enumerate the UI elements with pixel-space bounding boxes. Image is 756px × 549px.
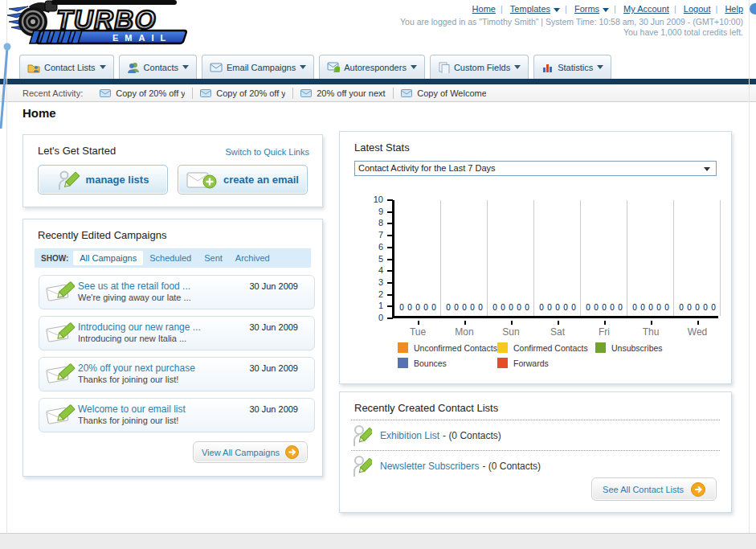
recent-activity-label: Recent Activity:: [22, 88, 83, 98]
autoresponders-icon: [327, 62, 340, 72]
envelope-icon: [100, 89, 111, 97]
email-campaigns-icon: [210, 63, 223, 72]
contact-list-count: - (0 Contacts): [443, 430, 501, 441]
chart-gridline: [627, 200, 627, 316]
manage-lists-icon: [57, 170, 80, 191]
recent-activity-item[interactable]: Copy of 20% off yo: [193, 88, 293, 99]
campaign-title-link[interactable]: Welcome to our email list: [78, 404, 186, 415]
chevron-down-icon: [704, 167, 710, 171]
recent-activity-text: Copy of 20% off yo: [116, 88, 185, 98]
tab-label: Custom Fields: [454, 63, 510, 72]
campaign-row[interactable]: Introducing our new range ... Introducin…: [39, 316, 315, 350]
chart-y-label: 8: [359, 218, 383, 227]
contact-lists-title: Recently Created Contact Lists: [354, 402, 498, 414]
chart-value-labels: 00000: [488, 303, 534, 312]
campaign-subtitle: Thanks for joining our list!: [78, 416, 178, 425]
arrow-right-icon: [691, 482, 705, 497]
chart-y-label: 1: [359, 301, 383, 310]
filter-scheduled[interactable]: Scheduled: [143, 251, 198, 265]
campaign-row[interactable]: Welcome to our email list Thanks for joi…: [39, 398, 315, 432]
chart-plot: 00000Tue00000Mon00000Sun00000Sat00000Fri…: [392, 200, 718, 318]
tab-contacts[interactable]: Contacts: [119, 55, 197, 79]
chart-x-label: Fri: [581, 326, 627, 338]
tab-statistics[interactable]: Statistics: [533, 55, 611, 79]
help-bubble-icon[interactable]: [750, 3, 756, 14]
chart-y-tick: [387, 223, 393, 224]
create-email-icon: [186, 170, 217, 190]
campaign-title-link[interactable]: Introducing our new range ...: [78, 322, 201, 333]
top-link-help[interactable]: Help: [725, 4, 743, 14]
chart-gridline: [533, 200, 534, 316]
view-all-campaigns-button[interactable]: View All Campaigns: [193, 441, 308, 463]
chart-x-label: Sun: [488, 326, 534, 338]
contact-list-row[interactable]: Newsletter Subscribers - (0 Contacts): [353, 453, 541, 479]
contact-list-person-pencil-icon: [353, 424, 372, 448]
see-all-contact-lists-button[interactable]: See All Contact Lists: [591, 477, 717, 501]
logo-antenna-decoration: [0, 40, 16, 130]
recent-activity-item[interactable]: Copy of Welcome to: [394, 88, 493, 99]
legend-swatch: [398, 342, 408, 353]
logo-subtitle-text: EMAIL: [112, 33, 172, 43]
legend-label: Unsubscribes: [611, 343, 663, 353]
envelope-icon: [401, 89, 412, 97]
tab-custom-fields[interactable]: Custom Fields: [430, 55, 529, 79]
arrow-right-icon: [285, 445, 299, 459]
see-all-contact-lists-label: See All Contact Lists: [603, 485, 684, 494]
campaign-date: 30 Jun 2009: [249, 363, 298, 373]
chart-gridline: [580, 200, 581, 316]
campaign-envelope-pencil-icon: [46, 402, 78, 429]
chart-gridline: [673, 200, 674, 316]
manage-lists-button[interactable]: manage lists: [38, 165, 168, 195]
campaigns-filter-bar: SHOW: All Campaigns Scheduled Sent Archi…: [35, 248, 311, 268]
campaign-row[interactable]: 20% off your next purchase Thanks for jo…: [39, 357, 315, 391]
latest-stats-title: Latest Stats: [354, 141, 410, 154]
campaign-date: 30 Jun 2009: [249, 322, 298, 332]
recent-activity-text: 20% off your next p: [317, 88, 386, 98]
chart-gridline: [720, 200, 721, 316]
chart-legend-item: Bounces: [398, 358, 497, 368]
top-link-my-account[interactable]: My Account: [623, 4, 669, 14]
contact-list-row[interactable]: Exhibition List - (0 Contacts): [353, 423, 501, 449]
chart-y-label: 6: [359, 242, 383, 252]
tab-autoresponders[interactable]: Autoresponders: [319, 55, 425, 79]
chart-y-label: 5: [359, 254, 383, 264]
chart-x-label: Mon: [441, 326, 488, 338]
tab-email-campaigns[interactable]: Email Campaigns: [202, 55, 314, 79]
create-email-button[interactable]: create an email: [178, 165, 308, 195]
chart-x-tick: [558, 321, 559, 325]
chart-y-label: 3: [359, 277, 383, 287]
chart-y-tick: [387, 247, 393, 248]
campaigns-title: Recently Edited Campaigns: [38, 229, 166, 241]
latest-stats-panel: Latest Stats Contact Activity for the La…: [339, 131, 732, 384]
campaign-subtitle: Introducing our new Italia ...: [78, 334, 186, 343]
chevron-down-icon: [603, 8, 609, 12]
contact-list-link[interactable]: Exhibition List: [380, 430, 439, 441]
campaign-title-link[interactable]: 20% off your next purchase: [78, 363, 195, 374]
legend-label: Bounces: [414, 358, 447, 368]
legend-swatch: [497, 358, 508, 368]
contact-list-link[interactable]: Newsletter Subscribers: [380, 461, 479, 472]
envelope-icon: [200, 89, 211, 97]
switch-to-quick-links[interactable]: Switch to Quick Links: [225, 147, 309, 157]
top-link-logout[interactable]: Logout: [684, 4, 711, 14]
chart-y-label: 7: [359, 230, 383, 240]
top-link-home[interactable]: Home: [472, 4, 496, 14]
filter-sent[interactable]: Sent: [198, 251, 229, 265]
manage-lists-label: manage lists: [86, 174, 149, 186]
chart-x-tick: [511, 321, 513, 325]
tab-contact-lists[interactable]: Contact Lists: [19, 55, 114, 79]
chart-y-label: 0: [359, 313, 383, 322]
top-link-templates[interactable]: Templates: [510, 4, 550, 14]
chart-x-tick: [697, 321, 699, 325]
login-status-text: You are logged in as "Timothy Smith" | S…: [400, 17, 743, 27]
top-link-forms[interactable]: Forms: [574, 4, 599, 14]
filter-all-campaigns[interactable]: All Campaigns: [73, 251, 143, 265]
chart-y-tick: [387, 294, 393, 296]
campaign-row[interactable]: See us at the retail food ... We're givi…: [39, 275, 315, 309]
contact-lists-icon: [27, 62, 40, 73]
recent-activity-item[interactable]: Copy of 20% off yo: [92, 88, 193, 99]
recent-activity-item[interactable]: 20% off your next p: [293, 88, 394, 99]
campaign-title-link[interactable]: See us at the retail food ...: [78, 281, 190, 292]
stats-period-select[interactable]: Contact Activity for the Last 7 Days: [354, 161, 717, 176]
filter-archived[interactable]: Archived: [229, 251, 276, 265]
